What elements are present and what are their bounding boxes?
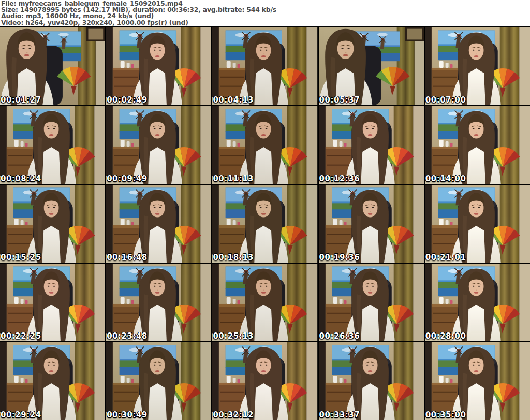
- video-thumbnail: 00:15:25: [0, 185, 105, 263]
- timestamp-overlay: 00:21:01: [425, 253, 466, 262]
- thumbnail-image: [106, 185, 211, 263]
- timestamp-overlay: 00:01:27: [1, 95, 41, 105]
- video-thumbnail: 00:28:00: [425, 264, 530, 341]
- video-thumbnail: 00:22:25: [0, 264, 105, 341]
- timestamp-overlay: 00:28:00: [425, 331, 466, 341]
- timestamp-overlay: 00:07:00: [425, 95, 466, 105]
- video-thumbnail: 00:25:13: [212, 264, 317, 341]
- video-thumbnail: 00:02:49: [106, 27, 211, 105]
- video-thumbnail: 00:16:48: [106, 185, 211, 263]
- video-thumbnail: 00:19:36: [319, 185, 424, 263]
- timestamp-overlay: 00:19:36: [319, 253, 360, 262]
- thumbnail-image: [212, 106, 317, 184]
- thumbnail-image: [425, 342, 530, 420]
- timestamp-overlay: 00:14:00: [425, 174, 466, 183]
- thumbnail-image: [212, 27, 317, 105]
- video-thumbnail: 00:32:12: [212, 342, 317, 420]
- timestamp-overlay: 00:18:13: [213, 253, 254, 262]
- thumbnail-image: [319, 342, 424, 420]
- video-thumbnail: 00:04:13: [212, 27, 317, 105]
- thumbnail-grid: 00:01:27 00:02:49 00:04:13 00:05:37 00:0…: [0, 26, 530, 420]
- video-thumbnail: 00:33:37: [319, 342, 424, 420]
- thumbnail-image: [106, 342, 211, 420]
- timestamp-overlay: 00:04:13: [213, 95, 254, 105]
- thumbnail-image: [319, 106, 424, 184]
- timestamp-overlay: 00:23:48: [107, 331, 148, 341]
- timestamp-overlay: 00:26:36: [319, 331, 360, 341]
- thumbnail-image: [319, 185, 424, 263]
- video-thumbnail: 00:08:24: [0, 106, 105, 184]
- thumbnail-image: [0, 185, 105, 263]
- video-thumbnail: 00:18:13: [212, 185, 317, 263]
- thumbnail-image: [212, 342, 317, 420]
- thumbnail-image: [0, 106, 105, 184]
- timestamp-overlay: 00:30:49: [107, 410, 148, 419]
- thumbnail-image: [106, 27, 211, 105]
- timestamp-overlay: 00:29:24: [1, 410, 41, 419]
- thumbnail-image: [106, 264, 211, 341]
- timestamp-overlay: 00:35:00: [425, 410, 466, 419]
- timestamp-overlay: 00:08:24: [1, 174, 41, 183]
- thumbnail-image: [425, 106, 530, 184]
- timestamp-overlay: 00:12:36: [319, 174, 360, 183]
- video-thumbnail: 00:30:49: [106, 342, 211, 420]
- timestamp-overlay: 00:32:12: [213, 410, 254, 419]
- video-thumbnail: 00:35:00: [425, 342, 530, 420]
- timestamp-overlay: 00:09:49: [107, 174, 148, 183]
- thumbnail-image: [106, 106, 211, 184]
- thumbnail-image: [0, 342, 105, 420]
- thumbnail-image: [319, 27, 424, 105]
- timestamp-overlay: 00:33:37: [319, 410, 360, 419]
- metadata-header: File: myfreecams_bablegum_female_1509201…: [0, 0, 530, 26]
- video-thumbnail: 00:07:00: [425, 27, 530, 105]
- thumbnail-image: [319, 264, 424, 341]
- video-thumbnail: 00:23:48: [106, 264, 211, 341]
- video-thumbnail: 00:29:24: [0, 342, 105, 420]
- video-thumbnail: 00:26:36: [319, 264, 424, 341]
- video-thumbnail: 00:21:01: [425, 185, 530, 263]
- timestamp-overlay: 00:05:37: [319, 95, 360, 105]
- timestamp-overlay: 00:22:25: [1, 331, 41, 341]
- video-thumbnail: 00:14:00: [425, 106, 530, 184]
- timestamp-overlay: 00:25:13: [213, 331, 254, 341]
- video-thumbnail: 00:12:36: [319, 106, 424, 184]
- thumbnail-image: [425, 264, 530, 341]
- timestamp-overlay: 00:15:25: [1, 253, 41, 262]
- timestamp-overlay: 00:11:13: [213, 174, 254, 183]
- thumbnail-image: [212, 264, 317, 341]
- video-thumbnail: 00:11:13: [212, 106, 317, 184]
- thumbnail-image: [212, 185, 317, 263]
- thumbnail-image: [0, 264, 105, 341]
- timestamp-overlay: 00:16:48: [107, 253, 148, 262]
- thumbnail-image: [425, 27, 530, 105]
- video-info-line: Video: h264, yuv420p, 320x240, 1000.00 f…: [1, 20, 530, 26]
- timestamp-overlay: 00:02:49: [107, 95, 148, 105]
- video-thumbnail: 00:01:27: [0, 27, 105, 105]
- thumbnail-image: [425, 185, 530, 263]
- thumbnail-image: [0, 27, 105, 105]
- video-thumbnail: 00:09:49: [106, 106, 211, 184]
- video-thumbnail: 00:05:37: [319, 27, 424, 105]
